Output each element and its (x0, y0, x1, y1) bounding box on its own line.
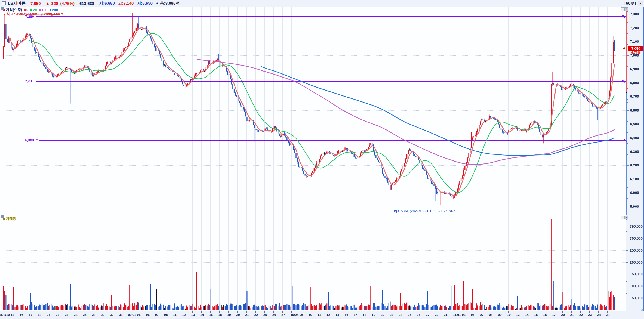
date-tick-label: 16 (20, 313, 23, 317)
close-icon[interactable]: x (638, 1, 643, 6)
volume-tick-label: 100,000 (627, 284, 643, 288)
price-tick-label: 7,300 (630, 12, 639, 16)
low-annotation-text: 최저5,890(2023/10/31,16:00),16.45% (394, 209, 453, 213)
date-tick-label: 11 (318, 313, 321, 317)
date-tick-label: 15 (534, 313, 538, 317)
traded-volume: 613,638 (79, 1, 94, 6)
date-tick-label: 11 (173, 313, 177, 317)
main-pane-handle[interactable] (1, 7, 4, 10)
date-tick-label: 13 (516, 313, 520, 317)
date-tick-label: 14 (11, 313, 14, 317)
date-tick-label: 07 (480, 313, 483, 317)
chart-canvas[interactable] (0, 0, 644, 319)
date-tick-label: 31 (444, 313, 447, 317)
date-tick-label: 16 (344, 313, 348, 317)
ma-color-icon (24, 9, 26, 11)
date-tick-label: 08 (164, 313, 168, 317)
high-label: 고: (118, 1, 124, 5)
title-checkbox[interactable] (2, 1, 6, 5)
date-tick-label: 11/01 (453, 313, 461, 317)
volume-tick-label: 50,000 (627, 296, 643, 300)
date-tick-label: 03 (462, 313, 466, 317)
date-tick-label: 14 (525, 313, 529, 317)
price-tick-label: 6,700 (630, 94, 639, 98)
date-tick-label: 05 (137, 313, 141, 317)
high-price: 7,140 (124, 1, 134, 5)
date-tick-label: 17 (552, 313, 556, 317)
low-annotation: 최저5,890(2023/10/31,16:00),16.45%↗ (394, 209, 456, 214)
date-tick-label: 21 (47, 313, 50, 317)
date-tick-label: 10/04 (290, 313, 298, 317)
date-tick-label: 12 (326, 313, 330, 317)
trendline-price-label-right: □6, (622, 138, 627, 142)
date-tick-label: 06 (300, 313, 303, 317)
date-tick-label: 27 (426, 313, 429, 317)
date-tick-label: 28 (0, 313, 2, 317)
date-tick-label: 25 (83, 313, 87, 317)
date-tick-label: 23 (588, 313, 592, 317)
ma-color-icon (30, 9, 32, 11)
price-tick-label: 6,000 (630, 191, 639, 195)
stock-info-bar: LB세미콘 7,050 ▲ 320 (4.75%) 613,638 시:6,68… (0, 0, 644, 7)
date-tick-label: 07 (155, 313, 159, 317)
chart-window: LB세미콘 7,050 ▲ 320 (4.75%) 613,638 시:6,68… (0, 0, 644, 319)
volume-legend: 거래량 (3, 216, 16, 221)
timeframe-label[interactable]: [60분] (624, 1, 636, 6)
trendline-price-label: 6,811 (18, 79, 34, 83)
date-tick-label: 12 (182, 313, 186, 317)
date-tick-label: 21 (245, 313, 249, 317)
low-annotation-arrow-icon: ↗ (453, 209, 456, 213)
trendline-price-label: 6,383 (18, 138, 34, 142)
date-tick-label: 08/10 (2, 313, 10, 317)
date-tick-label: 19 (227, 313, 231, 317)
current-price: 7,050 (30, 1, 41, 6)
main-pane-close-icon[interactable]: x (625, 7, 628, 11)
volume-pane-handle[interactable] (1, 215, 4, 218)
date-tick-label: 27 (281, 313, 285, 317)
trendline-price-label: 7,280 (18, 14, 34, 18)
change-value: 320 (51, 1, 58, 6)
volume-tick-label: 300,000 (627, 236, 643, 240)
date-tick-label: 22 (579, 313, 583, 317)
price-tick-label: 6,600 (630, 108, 639, 112)
date-tick-label: 24 (597, 313, 601, 317)
trendline-price-label-right: 6, (622, 79, 625, 83)
date-tick-label: 18 (38, 313, 41, 317)
date-tick-label: 06 (471, 313, 474, 317)
price-tick-label: 7,200 (630, 26, 639, 30)
low-label: 저: (137, 1, 142, 5)
price-tick-label: 5,900 (630, 205, 639, 209)
date-tick-label: 26 (272, 313, 276, 317)
ma-color-icon (50, 9, 51, 11)
date-tick-label: 20 (561, 313, 565, 317)
date-tick-label: 24 (74, 313, 77, 317)
price-tick-label: 6,300 (630, 150, 639, 154)
trendline-price-label-right: 7, (622, 14, 625, 18)
date-tick-label: 31 (119, 313, 122, 317)
date-tick-label: 13 (335, 313, 339, 317)
date-tick-label: 08 (489, 313, 492, 317)
date-tick-label: 17 (354, 313, 357, 317)
volume-pane-close-icon[interactable]: x (625, 216, 628, 219)
date-tick-label: 10 (507, 313, 511, 317)
date-tick-label: 15 (209, 313, 213, 317)
volume-pane-minimize-icon[interactable]: ▫ (621, 216, 625, 219)
date-tick-label: 18 (363, 313, 366, 317)
price-tick-label: 6,900 (630, 67, 639, 71)
date-tick-label: 30 (435, 313, 438, 317)
price-tick-label: 6,800 (630, 81, 639, 85)
open-price: 6,680 (104, 1, 115, 5)
volume-tick-label: 0 (627, 308, 643, 312)
open-label: 시: (99, 1, 104, 5)
date-tick-label: 09/01 (128, 313, 136, 317)
main-pane-minimize-icon[interactable]: ▫ (621, 7, 625, 11)
high-annotation-arrow-icon: ↙ (3, 12, 6, 16)
change-percent: (4.75%) (60, 1, 75, 6)
date-tick-label: 26 (417, 313, 420, 317)
date-tick-label: 29 (101, 313, 104, 317)
change-arrow-icon: ▲ (46, 1, 50, 6)
date-tick-label: 10 (309, 313, 312, 317)
date-tick-label: 20 (381, 313, 384, 317)
marketcap-label: 시총: (156, 1, 165, 5)
volume-legend-title: 거래량 (6, 216, 16, 221)
